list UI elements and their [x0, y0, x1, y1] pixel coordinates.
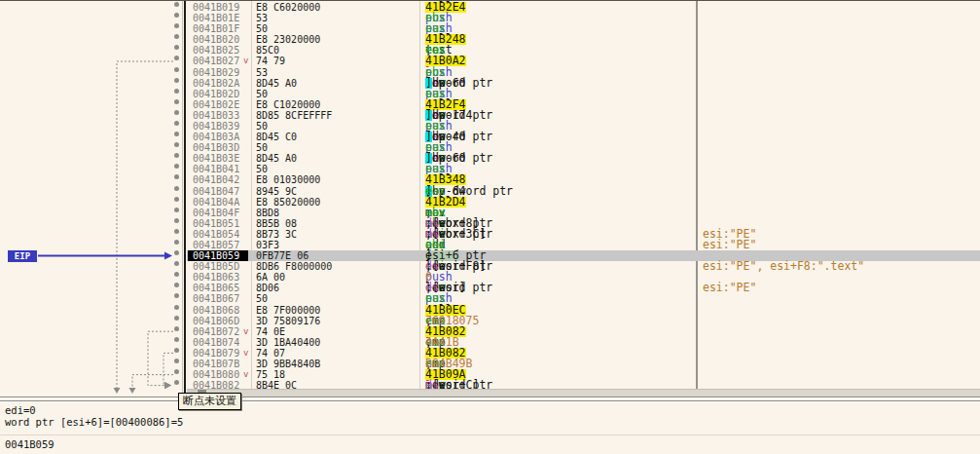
disasm-row[interactable]: 0041B06D3D 75809176cmp eax,76918075	[0, 316, 980, 326]
disasm-row[interactable]: 0041B02D50push eax	[0, 89, 980, 99]
instruction-bytes: 3D 75809176	[256, 316, 320, 326]
breakpoint-dot[interactable]	[174, 240, 179, 245]
address: 0041B02D	[193, 89, 249, 99]
disasm-row[interactable]: 0041B04150push eax	[0, 164, 980, 174]
info-register-value: edi=0	[5, 404, 36, 416]
instruction-bytes: 85C0	[256, 45, 279, 56]
breakpoint-dot[interactable]	[174, 89, 179, 94]
breakpoint-dot[interactable]	[174, 99, 179, 104]
breakpoint-dot[interactable]	[174, 272, 179, 277]
breakpoint-dot[interactable]	[174, 359, 179, 363]
instruction-bytes: 50	[256, 89, 268, 99]
address: 0041B041	[193, 164, 249, 174]
address: 0041B019	[193, 2, 249, 13]
address: 0041B059	[188, 250, 248, 261]
address: 0041B079	[193, 348, 249, 359]
instruction-bytes: 53	[256, 13, 268, 23]
disasm-row[interactable]: 0041B04AE8 85020000call 41B2D4	[0, 197, 980, 208]
disasm-row[interactable]: 0041B027v74 79je 41B0A2	[0, 56, 980, 66]
disasm-row[interactable]: 0041B06750push eax	[0, 293, 980, 304]
jump-down-marker-icon: v	[243, 369, 248, 380]
address: 0041B068	[193, 305, 249, 316]
instruction-bytes: 3D 9BB4840B	[256, 359, 320, 369]
breakpoint-dot[interactable]	[174, 132, 179, 136]
breakpoint-dot[interactable]	[174, 316, 179, 321]
disasm-row[interactable]: 0041B02585C0test eax,eax	[0, 45, 980, 56]
instruction-bytes: 8BD8	[256, 208, 279, 218]
breakpoint-dot[interactable]	[174, 45, 179, 50]
breakpoint-dot[interactable]	[174, 174, 179, 179]
disasm-row[interactable]: 0041B07B3D 9BB4840Bcmp eax,B84B49B	[0, 359, 980, 369]
breakpoint-dot[interactable]	[174, 208, 179, 212]
instruction-bytes: 8B5B 08	[256, 218, 297, 229]
disasm-row[interactable]: 0041B019E8 C6020000call 41B2E4	[0, 2, 980, 13]
disasm-row[interactable]: 0041B02A8D45 A0lea eax,dword ptr ss:[ebp…	[0, 78, 980, 89]
breakpoint-dot[interactable]	[174, 369, 179, 374]
breakpoint-dot[interactable]	[174, 13, 179, 18]
address: 0041B03D	[193, 142, 249, 153]
breakpoint-dot[interactable]	[174, 153, 179, 158]
disasm-row[interactable]: 0041B0743D 1BA40400cmp eax,4A41B	[0, 337, 980, 348]
instruction-bytes: 8DB6 F8000000	[256, 261, 332, 272]
breakpoint-dot[interactable]	[174, 380, 179, 385]
address: 0041B047	[193, 186, 249, 197]
disasm-row[interactable]: 0041B0338D85 8CFEFFFFlea eax,dword ptr s…	[0, 110, 980, 121]
info-memory-value: word ptr [esi+6]=[00400086]=5	[5, 416, 183, 428]
breakpoint-dot[interactable]	[174, 305, 179, 310]
breakpoint-dot[interactable]	[174, 67, 179, 72]
breakpoint-dot[interactable]	[174, 250, 179, 255]
breakpoint-dot[interactable]	[174, 337, 179, 342]
address: 0041B065	[193, 283, 249, 293]
address: 0041B063	[193, 272, 249, 283]
breakpoint-dot[interactable]	[174, 121, 179, 126]
disasm-row[interactable]: 0041B0478945 9Cmov dword ptr ss:[ebp-64]…	[0, 186, 980, 197]
address: 0041B039	[193, 121, 249, 132]
disasm-row[interactable]: 0041B068E8 7F000000call 41B0EC	[0, 305, 980, 316]
breakpoint-dot[interactable]	[174, 197, 179, 202]
disasm-row[interactable]: 0041B01E53push ebx	[0, 13, 980, 23]
disasm-row[interactable]: 0041B05D8DB6 F8000000lea esi,dword ptr d…	[0, 261, 980, 272]
breakpoint-dot[interactable]	[174, 261, 179, 266]
address: 0041B04A	[193, 197, 249, 208]
breakpoint-dot[interactable]	[174, 23, 179, 28]
instruction-bytes: E8 7F000000	[256, 305, 320, 316]
disasm-row[interactable]: 0041B01F50push eax	[0, 23, 980, 34]
breakpoint-dot[interactable]	[174, 142, 179, 147]
instruction-bytes: 74 79	[256, 56, 285, 66]
disasm-row[interactable]: 0041B072v74 0Eje 41B082	[0, 326, 980, 337]
disasm-row[interactable]: 0041B03E8D45 A0lea eax,dword ptr ss:[ebp…	[0, 153, 980, 164]
breakpoint-dot[interactable]	[174, 283, 179, 287]
instruction-bytes: E8 85020000	[256, 197, 320, 208]
instruction-bytes: 50	[256, 293, 268, 304]
breakpoint-dot[interactable]	[174, 164, 179, 169]
address: 0041B027	[193, 56, 249, 66]
address: 0041B067	[193, 293, 249, 304]
instruction-bytes: 50	[256, 164, 268, 174]
breakpoint-dot[interactable]	[174, 348, 179, 353]
h-scrollbar[interactable]: ◄	[187, 389, 980, 397]
breakpoint-dot[interactable]	[174, 34, 179, 39]
address: 0041B042	[193, 174, 249, 185]
disasm-row[interactable]: 0041B0658D06lea eax,dword ptr ds:[esi]es…	[0, 283, 980, 293]
breakpoint-dot[interactable]	[174, 293, 179, 298]
address: 0041B029	[193, 67, 249, 78]
address: 0041B06D	[193, 316, 249, 326]
disasm-row[interactable]: 0041B0548B73 3Cmov esi,dword ptr ds:[ebx…	[0, 229, 980, 240]
info-panel-top-border-light	[0, 401, 980, 402]
breakpoint-dot[interactable]	[174, 110, 179, 115]
breakpoint-dot[interactable]	[174, 326, 179, 331]
disasm-row[interactable]: 0041B020E8 23020000call 41B248	[0, 34, 980, 45]
breakpoint-dot[interactable]	[174, 2, 179, 7]
instruction-bytes: 75 18	[256, 369, 285, 380]
breakpoint-dot[interactable]	[174, 186, 179, 191]
address: 0041B02E	[193, 99, 249, 110]
address: 0041B072	[193, 326, 249, 337]
disasm-row[interactable]: 0041B079v74 07je 41B082	[0, 348, 980, 359]
breakpoint-dot[interactable]	[174, 56, 179, 60]
disasm-row[interactable]: 0041B03A8D45 C0lea eax,dword ptr ss:[ebp…	[0, 132, 980, 142]
breakpoint-dot[interactable]	[174, 229, 179, 234]
breakpoint-dot[interactable]	[174, 78, 179, 83]
breakpoint-dot[interactable]	[174, 218, 179, 223]
jump-down-marker-icon: v	[243, 348, 248, 359]
address: 0041B05D	[193, 261, 249, 272]
